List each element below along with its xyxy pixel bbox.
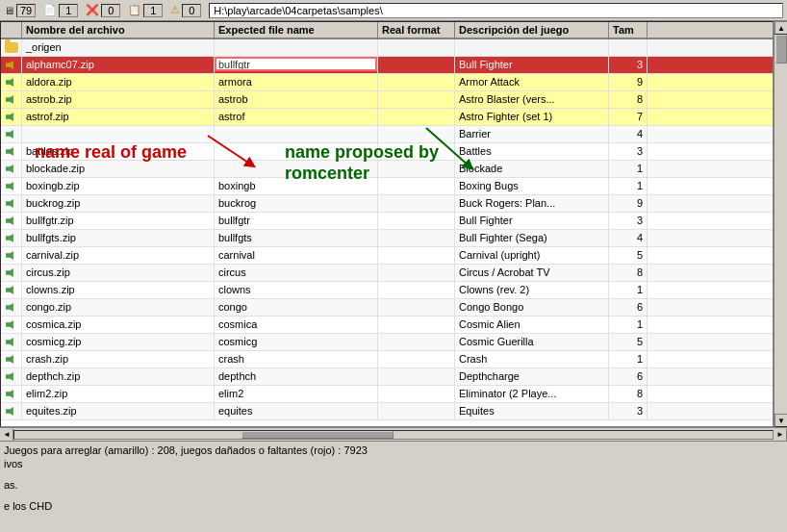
status-line1: Juegos para arreglar (amarillo) : 208, j… <box>2 443 785 457</box>
cell-real <box>378 317 455 333</box>
table-row[interactable]: cosmicg.zipcosmicgCosmic Guerilla5 <box>1 334 773 351</box>
row-icon <box>1 247 22 264</box>
speaker-green-icon <box>6 130 17 139</box>
speaker-green-icon <box>6 251 17 260</box>
table-row[interactable]: bullfgts.zipbullfgtsBull Fighter (Sega)4 <box>1 230 773 247</box>
cell-desc: Bull Fighter <box>455 213 609 229</box>
table-row[interactable]: circus.zipcircusCircus / Acrobat TV8 <box>1 265 773 282</box>
cell-nombre: battles.zip <box>22 143 215 160</box>
speaker-green-icon <box>6 390 17 398</box>
cell-nombre: elim2.zip <box>22 386 215 402</box>
cell-nombre: congo.zip <box>22 299 215 316</box>
cell-desc: Carnival (upright) <box>455 247 609 264</box>
cell-real <box>378 351 455 367</box>
cell-expected: buckrog <box>215 195 378 212</box>
cell-nombre: circus.zip <box>22 265 215 281</box>
table-row[interactable]: crash.zipcrashCrash1 <box>1 351 773 368</box>
row-icon <box>1 386 22 402</box>
th-nombre[interactable]: Nombre del archivo <box>22 22 215 38</box>
speaker-green-icon <box>6 199 17 208</box>
expected-input[interactable] <box>215 57 377 71</box>
table-row[interactable]: congo.zipcongoCongo Bongo6 <box>1 299 773 317</box>
cell-real <box>378 109 455 125</box>
table-row[interactable]: Barrier4 <box>1 126 773 143</box>
doc2-icon: 📋 <box>128 4 141 16</box>
cell-tam: 4 <box>609 126 647 142</box>
cell-tam <box>609 39 647 56</box>
th-desc[interactable]: Descripción del juego <box>455 22 609 38</box>
table-row[interactable]: equites.zipequitesEquites3 <box>1 403 773 420</box>
cell-nombre: alphamc07.zip <box>22 57 215 73</box>
cell-tam: 3 <box>609 403 647 419</box>
table-row[interactable]: carnival.zipcarnivalCarnival (upright)5 <box>1 247 773 265</box>
table-row[interactable]: astrob.zipastrobAstro Blaster (vers...8 <box>1 91 773 109</box>
th-expected[interactable]: Expected file name <box>215 22 378 38</box>
toolbar-doc1-value: 1 <box>59 4 78 17</box>
cell-expected <box>215 57 378 73</box>
table-row[interactable]: depthch.zipdepthchDepthcharge6 <box>1 368 773 386</box>
cell-tam: 7 <box>609 109 647 125</box>
h-scroll-track[interactable] <box>13 430 774 440</box>
doc1-icon: 📄 <box>43 4 57 16</box>
toolbar-warning-value: 0 <box>182 4 201 17</box>
cell-desc: Equites <box>455 403 609 419</box>
cell-real <box>378 195 455 212</box>
speaker-green-icon <box>6 338 17 346</box>
cell-tam: 1 <box>609 178 647 194</box>
h-scroll-thumb[interactable] <box>241 431 394 439</box>
speaker-green-icon <box>6 78 17 87</box>
h-scrollbar[interactable]: ◄ ► <box>0 427 787 441</box>
cell-tam: 1 <box>609 282 647 298</box>
speaker-green-icon <box>6 355 17 364</box>
error-icon: ❌ <box>86 4 99 16</box>
table-row[interactable]: buckrog.zipbuckrogBuck Rogers: Plan...9 <box>1 195 773 213</box>
main-area: name real of game name proposed by romce… <box>0 21 787 532</box>
table-row[interactable]: battles.zipBattles3 <box>1 143 773 161</box>
row-icon <box>1 213 22 229</box>
table-row[interactable]: blockade.zipBlockade1 <box>1 161 773 178</box>
toolbar-doc2: 📋 1 <box>128 4 163 17</box>
cell-real <box>378 178 455 194</box>
speaker-green-icon <box>6 234 17 242</box>
cell-expected: cosmicg <box>215 334 378 350</box>
cell-tam: 1 <box>609 317 647 333</box>
cell-nombre: carnival.zip <box>22 247 215 264</box>
row-icon <box>1 403 22 419</box>
v-scroll-down-btn[interactable]: ▼ <box>774 414 787 427</box>
speaker-green-icon <box>6 147 17 156</box>
table-row[interactable]: elim2.zipelim2Eliminator (2 Playe...8 <box>1 386 773 403</box>
th-tam[interactable]: Tam <box>609 22 647 38</box>
speaker-green-icon <box>6 165 17 173</box>
cell-tam: 8 <box>609 265 647 281</box>
table-row[interactable]: boxingb.zipboxingbBoxing Bugs1 <box>1 178 773 195</box>
cell-nombre: depthch.zip <box>22 368 215 385</box>
h-scroll-right-btn[interactable]: ► <box>774 428 787 442</box>
table-row[interactable]: cosmica.zipcosmicaCosmic Alien1 <box>1 317 773 334</box>
cell-real <box>378 403 455 419</box>
h-scroll-left-btn[interactable]: ◄ <box>0 428 13 442</box>
cell-expected: crash <box>215 351 378 367</box>
cell-desc: Astro Blaster (vers... <box>455 91 609 108</box>
warning-icon: ⚠ <box>170 4 180 16</box>
cell-nombre: clowns.zip <box>22 282 215 298</box>
v-scroll-track[interactable] <box>774 35 787 414</box>
table-row[interactable]: bullfgtr.zipbullfgtrBull Fighter3 <box>1 213 773 230</box>
table-with-scroll: name real of game name proposed by romce… <box>0 21 787 427</box>
cell-nombre: buckrog.zip <box>22 195 215 212</box>
table-row[interactable]: aldora.ziparmoraArmor Attack9 <box>1 74 773 91</box>
cell-desc: Barrier <box>455 126 609 142</box>
th-real[interactable]: Real format <box>378 22 455 38</box>
table-body[interactable]: _origenalphamc07.zipBull Fighter3aldora.… <box>1 39 773 426</box>
cell-nombre: cosmica.zip <box>22 317 215 333</box>
cell-expected: carnival <box>215 247 378 264</box>
v-scroll-thumb[interactable] <box>775 35 787 63</box>
cell-desc: Blockade <box>455 161 609 177</box>
v-scroll-up-btn[interactable]: ▲ <box>774 21 787 35</box>
path-input[interactable] <box>209 3 783 18</box>
v-scrollbar[interactable]: ▲ ▼ <box>774 21 787 427</box>
table-row[interactable]: clowns.zipclownsClowns (rev. 2)1 <box>1 282 773 299</box>
table-row[interactable]: alphamc07.zipBull Fighter3 <box>1 57 773 74</box>
table-row[interactable]: astrof.zipastrofAstro Fighter (set 1)7 <box>1 109 773 126</box>
cell-nombre: astrof.zip <box>22 109 215 125</box>
table-row[interactable]: _origen <box>1 39 773 57</box>
